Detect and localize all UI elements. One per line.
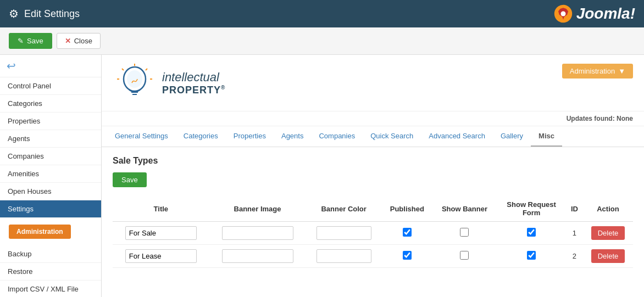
sidebar-item-import[interactable]: Import CSV / XML File: [0, 281, 101, 297]
page-title: Edit Settings: [24, 8, 80, 20]
admin-button-label: Administration: [570, 67, 615, 75]
admin-section-label: Administration: [9, 225, 71, 239]
tab-properties[interactable]: Properties: [226, 126, 274, 147]
close-button[interactable]: ✕ Close: [57, 33, 101, 49]
close-label: Close: [74, 37, 92, 45]
sidebar-back[interactable]: ↩: [0, 55, 101, 77]
cell-banner-color: [306, 245, 382, 268]
sidebar: ↩ Control Panel Categories Properties Ag…: [0, 55, 102, 297]
table-row: 2 Delete: [113, 245, 633, 268]
th-id: ID: [566, 196, 583, 222]
sidebar-item-label: Open Houses: [8, 187, 52, 195]
sidebar-item-categories[interactable]: Categories: [0, 95, 101, 113]
show-banner-checkbox-1[interactable]: [460, 228, 469, 237]
content-body: Sale Types Save Title Banner Image Banne…: [102, 147, 644, 277]
show-request-form-checkbox-1[interactable]: [527, 228, 536, 237]
cell-title: [113, 245, 209, 268]
tab-misc[interactable]: Misc: [531, 126, 562, 147]
content-header: intellectual PROPERTY® Administration ▼: [102, 55, 644, 111]
th-banner-color: Banner Color: [306, 196, 382, 222]
sidebar-item-amenities[interactable]: Amenities: [0, 165, 101, 183]
logo-text: intellectual PROPERTY®: [162, 70, 225, 96]
cell-published: [382, 222, 432, 245]
chevron-down-icon: ▼: [618, 67, 625, 75]
tabs-container: General Settings Categories Properties A…: [102, 126, 644, 147]
gear-icon: ⚙: [9, 7, 19, 20]
cell-show-request-form: [497, 222, 566, 245]
th-action: Action: [583, 196, 633, 222]
sidebar-item-label: Settings: [8, 205, 34, 213]
tab-agents[interactable]: Agents: [274, 126, 311, 147]
svg-point-10: [127, 70, 142, 88]
sidebar-item-agents[interactable]: Agents: [0, 130, 101, 148]
th-show-request-form: Show Request Form: [497, 196, 566, 222]
tab-general-settings[interactable]: General Settings: [107, 126, 176, 147]
cell-action-1: Delete: [583, 222, 633, 245]
show-banner-checkbox-2[interactable]: [460, 251, 469, 260]
sidebar-item-label: Control Panel: [8, 82, 51, 90]
delete-button-1[interactable]: Delete: [591, 226, 625, 240]
header-left: ⚙ Edit Settings: [9, 7, 80, 20]
toolbar: ✎ Save ✕ Close: [0, 27, 644, 55]
th-banner-image: Banner Image: [209, 196, 306, 222]
show-request-form-checkbox-2[interactable]: [527, 251, 536, 260]
sidebar-item-open-houses[interactable]: Open Houses: [0, 183, 101, 200]
save-button[interactable]: ✎ Save: [9, 33, 52, 49]
table-header-row: Title Banner Image Banner Color Publishe…: [113, 196, 633, 222]
updates-value: None: [617, 115, 633, 122]
administration-button[interactable]: Administration ▼: [562, 64, 633, 79]
svg-line-7: [122, 69, 124, 70]
cell-show-banner: [432, 222, 497, 245]
delete-button-2[interactable]: Delete: [591, 249, 625, 263]
cell-banner-image: [209, 245, 306, 268]
updates-found: Updates found: None: [102, 111, 644, 126]
logo-area: intellectual PROPERTY®: [113, 64, 225, 102]
save-icon: ✎: [18, 37, 24, 45]
sidebar-item-label: Properties: [8, 117, 40, 125]
section-save-button[interactable]: Save: [113, 172, 147, 187]
sidebar-item-restore[interactable]: Restore: [0, 263, 101, 281]
tab-gallery[interactable]: Gallery: [493, 126, 531, 147]
logo-text-bottom: PROPERTY®: [162, 85, 225, 96]
ip-logo-graphic: [113, 64, 157, 102]
tab-companies[interactable]: Companies: [311, 126, 363, 147]
banner-image-input-1[interactable]: [222, 226, 293, 240]
sidebar-item-backup[interactable]: Backup: [0, 245, 101, 263]
published-checkbox-2[interactable]: [403, 251, 412, 260]
logo-text-top: intellectual: [162, 70, 225, 85]
sidebar-item-label: Import CSV / XML File: [8, 285, 79, 293]
svg-point-1: [560, 12, 565, 16]
main-layout: ↩ Control Panel Categories Properties Ag…: [0, 55, 644, 297]
cell-show-request-form: [497, 245, 566, 268]
section-title: Sale Types: [113, 156, 633, 166]
sidebar-item-properties[interactable]: Properties: [0, 113, 101, 130]
joomla-text: Joomla!: [576, 5, 635, 23]
banner-image-input-2[interactable]: [222, 249, 293, 263]
tab-advanced-search[interactable]: Advanced Search: [421, 126, 493, 147]
sidebar-item-label: Categories: [8, 99, 42, 108]
sidebar-item-control-panel[interactable]: Control Panel: [0, 77, 101, 95]
svg-line-6: [146, 69, 147, 70]
save-label: Save: [27, 37, 43, 45]
tab-categories[interactable]: Categories: [176, 126, 226, 147]
sidebar-item-label: Backup: [8, 250, 31, 258]
sidebar-item-settings[interactable]: Settings: [0, 200, 101, 218]
app-header: ⚙ Edit Settings Joomla!: [0, 0, 644, 27]
title-input-2[interactable]: [125, 249, 197, 263]
close-icon: ✕: [65, 37, 71, 45]
title-input-1[interactable]: [125, 226, 197, 240]
sidebar-item-label: Restore: [8, 267, 33, 276]
content-area: intellectual PROPERTY® Administration ▼ …: [102, 55, 644, 297]
tab-quick-search[interactable]: Quick Search: [363, 126, 421, 147]
cell-title: [113, 222, 209, 245]
th-show-banner: Show Banner: [432, 196, 497, 222]
joomla-icon-svg: [553, 4, 573, 24]
sidebar-item-companies[interactable]: Companies: [0, 148, 101, 165]
updates-label: Updates found:: [567, 115, 615, 122]
published-checkbox-1[interactable]: [403, 228, 412, 237]
sidebar-item-label: Amenities: [8, 170, 39, 178]
back-icon[interactable]: ↩: [7, 60, 16, 72]
banner-color-input-2[interactable]: [317, 249, 371, 263]
sale-types-table: Title Banner Image Banner Color Publishe…: [113, 196, 633, 268]
banner-color-input-1[interactable]: [317, 226, 371, 240]
